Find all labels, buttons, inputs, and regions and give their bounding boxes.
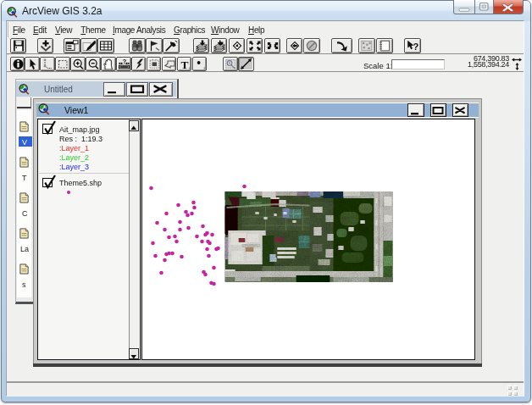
svg-text:T: T: [22, 174, 27, 182]
svg-text:T: T: [180, 58, 188, 70]
svg-text:V: V: [22, 138, 27, 147]
svg-text:C: C: [22, 209, 28, 218]
svg-text:?: ?: [413, 41, 418, 51]
svg-text:La: La: [20, 245, 29, 253]
svg-text:?: ?: [123, 58, 127, 65]
svg-text:s: s: [22, 280, 26, 289]
